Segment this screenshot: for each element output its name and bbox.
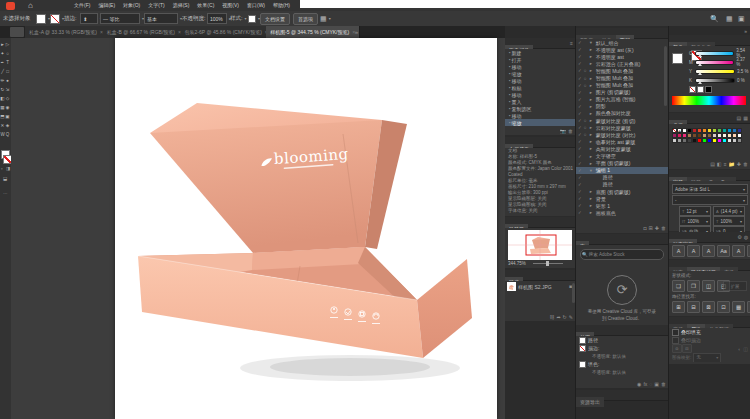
layer-expand-icon[interactable]: ▸ (590, 90, 595, 95)
layer-expand-icon[interactable]: ▸ (590, 210, 595, 215)
menu-item[interactable]: 编辑(E) (94, 0, 119, 11)
glyph-info-icon[interactable]: ◍ (744, 234, 748, 240)
glyph-align-button[interactable]: Aa (717, 245, 730, 257)
asset-export-panel-tab[interactable]: 资源导出 (576, 390, 668, 401)
layer-row[interactable]: ✓ ▸底图 (剪切蒙版) (576, 188, 668, 195)
layer-row[interactable]: ✓○▸蒙版对比度 (剪切) (576, 117, 668, 124)
preferences-button[interactable]: 首选项 (293, 11, 318, 26)
glyph-align-button[interactable]: A (672, 245, 685, 257)
layer-expand-icon[interactable]: ▾ (590, 168, 595, 173)
color-white-swatch[interactable] (697, 86, 704, 93)
scale-tool[interactable]: ⇲ (5, 85, 10, 94)
slider-thumb[interactable] (698, 72, 702, 75)
history-item[interactable]: ▪移动 (505, 91, 575, 98)
layer-lock-icon[interactable]: ○ (584, 83, 588, 88)
layer-expand-icon[interactable]: ▾ (590, 40, 595, 45)
layer-lock-icon[interactable]: ○ (584, 125, 588, 130)
shape-mode-button[interactable]: ❏ (672, 280, 685, 292)
arrange-documents-icon[interactable]: ▦▾ (320, 11, 331, 26)
swatch-themes-icon[interactable]: ◧ (717, 161, 722, 167)
color-fill-well[interactable] (672, 53, 683, 64)
grid-view-icon[interactable]: ▦ (743, 115, 748, 121)
menu-item[interactable]: 效果(C) (193, 0, 218, 11)
layer-expand-icon[interactable]: ▸ (590, 154, 595, 159)
layer-row[interactable]: ✓ ▸矩形 1 (576, 202, 668, 209)
document-tab[interactable]: 礼盒-B @ 66.67 % (RGB/预览)× (103, 26, 186, 38)
show-center-row[interactable]: ⊙ ⊡ ◐◫ (669, 344, 750, 353)
width-profile-dropdown[interactable]: — 等比▾ (100, 11, 144, 26)
layer-expand-icon[interactable]: ▸ (590, 203, 595, 208)
layer-row[interactable]: ✓ ▸临摹对比 ast 蒙版 (576, 138, 668, 145)
slider-thumb[interactable] (698, 63, 702, 66)
slider-thumb[interactable] (698, 54, 702, 57)
color-mode-icon[interactable]: ◨ (6, 166, 10, 171)
layer-visibility-icon[interactable]: ✓ (578, 146, 582, 151)
layer-row[interactable]: ✓ ▸云彩混合 (正片叠底) (576, 60, 668, 67)
new-stroke-icon[interactable]: ◉ (637, 381, 641, 387)
appearance-row[interactable]: 不透明度: 默认值 (576, 368, 668, 376)
history-item[interactable]: ▪新建 (505, 49, 575, 56)
font-style-dropdown[interactable]: -▾ (672, 195, 748, 205)
layer-visibility-icon[interactable]: ✓ (578, 210, 582, 215)
layer-visibility-icon[interactable]: ✓ (578, 68, 582, 73)
layer-row[interactable]: ✓ ▸高斯对比度蒙版 (576, 145, 668, 152)
layer-expand-icon[interactable]: ▸ (590, 104, 595, 109)
navigator-thumbnail[interactable] (508, 230, 572, 260)
layer-lock-icon[interactable]: ○ (584, 118, 588, 123)
home-icon[interactable]: ⌂ (28, 1, 33, 11)
layer-visibility-icon[interactable]: ✓ (578, 189, 582, 194)
new-effect-icon[interactable]: fx (643, 381, 647, 387)
direct-selection-tool[interactable]: ▷ (5, 40, 10, 49)
new-group-icon[interactable]: 📁 (729, 161, 735, 167)
layer-row[interactable]: ✓ ▸阴影 (576, 103, 668, 110)
layer-visibility-icon[interactable]: ✓ (578, 118, 582, 123)
layer-row[interactable]: ✓○▸智能图 Mult 叠加 (576, 82, 668, 89)
layer-visibility-icon[interactable]: ✓ (578, 196, 582, 201)
layer-row[interactable]: ✓ 路径 (576, 181, 668, 188)
delete-layer-icon[interactable]: 🗑 (661, 225, 666, 231)
delete-item-icon[interactable]: 🗑 (661, 381, 666, 387)
glyph-align-panel-header[interactable]: 对齐字形 ⚙ ◍ (669, 232, 750, 243)
history-item[interactable]: ▪置入 (505, 98, 575, 105)
rectangle-tool[interactable]: □ (5, 67, 10, 76)
menu-item[interactable]: 文件(F) (70, 0, 94, 11)
layer-expand-icon[interactable]: ▸ (590, 47, 595, 52)
goto-link-icon[interactable]: ➦ (556, 314, 560, 320)
layer-row[interactable]: ✓ ▸不透明度 ast (灰) (576, 46, 668, 53)
history-item[interactable]: ▪移动 (505, 63, 575, 70)
screen-mode-icon[interactable]: ⬓ (3, 176, 7, 181)
character-field[interactable]: IT100%▾ (679, 216, 711, 226)
layer-expand-icon[interactable]: ▸ (590, 161, 595, 166)
history-item[interactable]: ▪粘贴 (505, 84, 575, 91)
layer-expand-icon[interactable]: ▸ (590, 139, 595, 144)
layer-visibility-icon[interactable]: ✓ (578, 111, 582, 116)
layer-row[interactable]: ✓ 路径 (576, 174, 668, 181)
glyph-align-button[interactable]: A (732, 245, 745, 257)
layer-expand-icon[interactable]: ▸ (590, 125, 595, 130)
layer-expand-icon[interactable]: ▸ (590, 54, 595, 59)
link-item[interactable]: 样机图 S2.JPG ◙ (505, 281, 575, 292)
shape-dropdown[interactable]: ▾ (248, 11, 260, 26)
new-swatch-icon[interactable]: ✚ (737, 161, 741, 167)
history-item[interactable]: ▪移动 (505, 112, 575, 119)
layer-visibility-icon[interactable]: ✓ (578, 83, 582, 88)
navigator-panel-header[interactable]: 导航器 (505, 217, 575, 228)
shape-mode-button[interactable]: ❐ (687, 280, 700, 292)
color-slider-Y[interactable]: Y3.5 % (689, 67, 749, 75)
tab-overflow-icon[interactable]: » (355, 29, 358, 35)
layer-row[interactable]: ✓ ▸平面 (剪切蒙版) (576, 160, 668, 167)
character-field[interactable]: T100%▾ (713, 216, 745, 226)
layer-visibility-icon[interactable]: ✓ (578, 76, 582, 81)
glyph-align-button[interactable]: A (702, 245, 715, 257)
new-snapshot-icon[interactable]: 📷 (560, 128, 566, 134)
layer-row[interactable]: ✓ ▸图片 (剪切蒙版) (576, 89, 668, 96)
expand-button[interactable]: 扩展 (723, 281, 747, 291)
history-item[interactable]: ▪移动 (505, 77, 575, 84)
search-icon[interactable]: 🔍 (710, 11, 719, 26)
type-tool[interactable]: T (5, 58, 10, 67)
artboard[interactable]: blooming (115, 38, 497, 419)
swatch-cell[interactable] (737, 138, 742, 143)
draw-mode-icon[interactable]: ▫ (1, 166, 3, 171)
swatch-libraries-icon[interactable]: ▤ (710, 161, 715, 167)
color-slider-M[interactable]: M3.37 % (689, 58, 750, 66)
